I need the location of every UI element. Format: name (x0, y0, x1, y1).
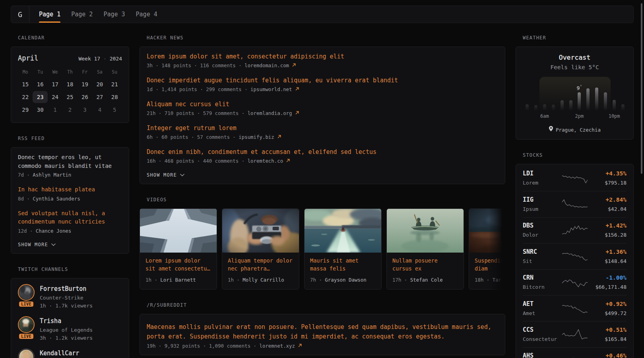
calendar-day[interactable]: 16 (33, 78, 47, 90)
calendar-day[interactable]: 15 (18, 78, 33, 90)
video-title[interactable]: Suspendisse mollis diam (475, 257, 505, 272)
stock-symbol[interactable]: LDI (523, 169, 561, 178)
stock-row[interactable]: IIGIpsum+2.84%$42.04 (523, 191, 627, 217)
calendar-day[interactable]: 24 (48, 91, 62, 103)
page-scrollbar[interactable] (641, 3, 642, 174)
rss-item-title[interactable]: Donec tempor eros leo, ut commodo mauris… (18, 153, 122, 170)
hacker-news-show-more-button[interactable]: SHOW MORE (147, 171, 498, 179)
calendar-day[interactable]: 30 (33, 104, 47, 116)
hacker-news-item-domain-link[interactable]: ipsumworld.net (248, 86, 292, 93)
video-title[interactable]: Nullam posuere cursus ex (392, 257, 458, 272)
stock-symbol[interactable]: AET (523, 300, 561, 308)
stock-row[interactable]: CCSConsectetur+0.51%$165.84 (523, 321, 627, 347)
stock-sparkline (561, 172, 588, 184)
stock-row[interactable]: SNRCSit+1.36%$148.64 (523, 243, 627, 269)
stock-symbol[interactable]: IIG (523, 196, 561, 204)
video-author[interactable]: Tara Mack (493, 277, 505, 283)
video-thumbnail[interactable] (469, 209, 505, 253)
stock-symbol[interactable]: CRN (523, 274, 561, 282)
hacker-news-item-title[interactable]: Integer eget rutrum lorem (147, 124, 498, 132)
calendar-day-selected[interactable]: 23 (33, 91, 47, 103)
calendar-day[interactable]: 4 (92, 104, 107, 116)
rss-item-author: Cynthia Saunders (33, 196, 80, 202)
stock-symbol[interactable]: AHS (523, 352, 561, 358)
video-title[interactable]: Mauris sit amet massa felis (310, 257, 376, 272)
video-thumbnail[interactable] (305, 209, 381, 253)
twitch-channel-category[interactable]: Counter-Strike (40, 294, 93, 302)
video-author[interactable]: Lori Barnett (160, 277, 196, 283)
twitch-channel-name[interactable]: Trisha (40, 317, 93, 325)
hacker-news-item-meta: 21h · 710 points · 579 comments · loreml… (147, 109, 498, 117)
video-author[interactable]: Stefan Cole (410, 277, 443, 283)
calendar-day[interactable]: 22 (18, 91, 33, 103)
hacker-news-item-title[interactable]: Donec enim nibh, condimentum et accumsan… (147, 148, 498, 156)
calendar-day[interactable]: 19 (78, 78, 92, 90)
hacker-news-item-title[interactable]: Aliquam nec cursus elit (147, 100, 498, 109)
hacker-news-item-domain-link[interactable]: loremtech.co (244, 157, 283, 165)
rss-card: Donec tempor eros leo, ut commodo mauris… (11, 147, 129, 254)
twitch-channel-category[interactable]: League of Legends (40, 326, 93, 334)
hacker-news-item-domain-link[interactable]: ipsumify.biz (236, 133, 274, 141)
twitch-channel-name[interactable]: ForrestBurton (40, 285, 93, 293)
calendar-day[interactable]: 2 (62, 104, 77, 116)
twitch-channel-name[interactable]: KendallCarr (40, 349, 79, 357)
calendar-day[interactable]: 18 (62, 78, 77, 90)
video-author[interactable]: Grayson Dawson (325, 277, 366, 283)
stock-price: $156.28 (588, 231, 627, 239)
rss-item-title[interactable]: In hac habitasse platea (18, 185, 122, 194)
calendar-day[interactable]: 28 (107, 91, 122, 103)
stock-symbol[interactable]: DBS (523, 222, 561, 230)
video-thumbnail[interactable] (222, 209, 299, 253)
tab-page-1[interactable]: Page 1 (39, 6, 60, 23)
stock-row[interactable]: LDILorem+4.35%$795.18 (523, 165, 627, 191)
stock-identity: SNRCSit (523, 248, 561, 265)
stock-symbol[interactable]: SNRC (523, 248, 561, 256)
stock-row[interactable]: AHSAhsum+0.46%$88.05 (523, 347, 627, 358)
calendar-day[interactable]: 27 (92, 91, 107, 103)
page-tabs: Page 1Page 2Page 3Page 4 (29, 6, 157, 23)
calendar-day[interactable]: 1 (48, 104, 62, 116)
twitch-channel[interactable]: KendallCarr (18, 349, 122, 358)
hacker-news-item-domain-link[interactable]: loremdomain.com (242, 62, 289, 70)
stock-values: +0.46%$88.05 (588, 352, 627, 358)
video-thumbnail[interactable] (387, 209, 464, 253)
calendar-day[interactable]: 21 (107, 78, 122, 90)
calendar-day[interactable]: 26 (78, 91, 92, 103)
calendar-weekday: Sa (92, 69, 107, 75)
hacker-news-item-title[interactable]: Donec imperdiet augue tincidunt felis al… (147, 76, 498, 85)
stock-symbol[interactable]: CCS (523, 326, 561, 334)
rss-item-title[interactable]: Sed volutpat nulla nisl, a condimentum n… (18, 209, 122, 226)
left-column: CALENDAR April Week 17 · 2024 MoTuWeThFr… (11, 35, 129, 358)
twitch-widget: TWITCH CHANNELS LIVEForrestBurtonCounter… (11, 267, 129, 358)
subreddit-post-domain-link[interactable]: loremnet.xyz (256, 342, 295, 350)
weather-location-label: Prague, Czechia (556, 126, 601, 134)
weather-location[interactable]: Prague, Czechia (523, 126, 627, 134)
video-title[interactable]: Lorem ipsum dolor sit amet consectetu… (145, 257, 211, 272)
app-logo[interactable]: G (11, 6, 29, 23)
calendar-day[interactable]: 29 (18, 104, 33, 116)
hacker-news-item-domain-link[interactable]: loremlandia.org (244, 109, 292, 117)
hacker-news-item-title[interactable]: Lorem ipsum dolor sit amet, consectetur … (147, 52, 498, 61)
video-card: Mauris sit amet massa felis7h · Grayson … (304, 208, 382, 290)
stock-row[interactable]: CRNBitcorn-1.00%$66,171.48 (523, 269, 627, 295)
twitch-channel[interactable]: LIVETrishaLeague of Legends3h · 1.2k vie… (18, 317, 122, 342)
subreddit-post: Maecenas mollis pulvinar erat non posuer… (147, 322, 498, 350)
video-thumbnail[interactable] (140, 209, 217, 253)
twitch-channel[interactable]: LIVEForrestBurtonCounter-Strike1h · 1.7k… (18, 285, 122, 309)
video-title[interactable]: Aliquam tempor dolor nec pharetra… (228, 257, 293, 272)
calendar-day[interactable]: 5 (107, 104, 122, 116)
rss-show-more-button[interactable]: SHOW MORE (18, 241, 122, 249)
stock-row[interactable]: AETAmet+0.92%$499.72 (523, 295, 627, 321)
tab-page-2[interactable]: Page 2 (71, 6, 93, 23)
tab-page-4[interactable]: Page 4 (136, 6, 157, 23)
video-author[interactable]: Molly Carrillo (242, 277, 284, 283)
stock-identity: AETAmet (523, 300, 561, 317)
calendar-day[interactable]: 20 (92, 78, 107, 90)
stock-row[interactable]: DBSDolor+1.42%$156.28 (523, 217, 627, 243)
calendar-day[interactable]: 25 (62, 91, 77, 103)
calendar-day[interactable]: 3 (78, 104, 92, 116)
subreddit-post-title[interactable]: Maecenas mollis pulvinar erat non posuer… (147, 322, 498, 341)
calendar-card: April Week 17 · 2024 MoTuWeThFrSaSu15161… (11, 47, 129, 123)
calendar-day[interactable]: 17 (48, 78, 62, 90)
tab-page-3[interactable]: Page 3 (103, 6, 125, 23)
